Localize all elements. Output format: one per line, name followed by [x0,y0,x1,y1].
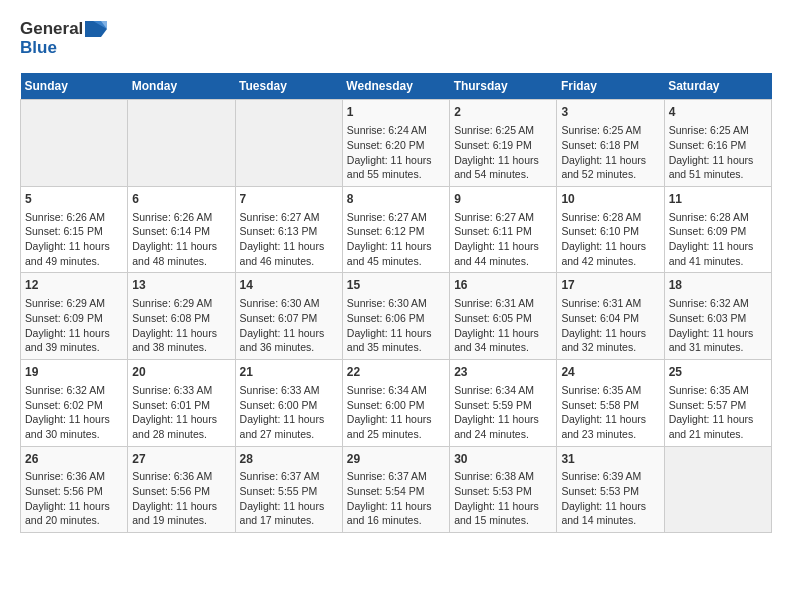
day-info: Sunrise: 6:29 AM Sunset: 6:08 PM Dayligh… [132,296,230,355]
calendar-cell: 4Sunrise: 6:25 AM Sunset: 6:16 PM Daylig… [664,100,771,187]
calendar-cell: 23Sunrise: 6:34 AM Sunset: 5:59 PM Dayli… [450,360,557,447]
weekday-header-monday: Monday [128,73,235,100]
day-number: 20 [132,364,230,381]
day-number: 1 [347,104,445,121]
day-info: Sunrise: 6:38 AM Sunset: 5:53 PM Dayligh… [454,469,552,528]
logo-text-block: General Blue [20,20,107,57]
day-number: 26 [25,451,123,468]
calendar-cell: 5Sunrise: 6:26 AM Sunset: 6:15 PM Daylig… [21,186,128,273]
day-info: Sunrise: 6:37 AM Sunset: 5:55 PM Dayligh… [240,469,338,528]
weekday-header-thursday: Thursday [450,73,557,100]
calendar-cell: 7Sunrise: 6:27 AM Sunset: 6:13 PM Daylig… [235,186,342,273]
day-info: Sunrise: 6:32 AM Sunset: 6:03 PM Dayligh… [669,296,767,355]
weekday-header-sunday: Sunday [21,73,128,100]
day-info: Sunrise: 6:36 AM Sunset: 5:56 PM Dayligh… [132,469,230,528]
day-info: Sunrise: 6:26 AM Sunset: 6:14 PM Dayligh… [132,210,230,269]
day-info: Sunrise: 6:27 AM Sunset: 6:11 PM Dayligh… [454,210,552,269]
day-number: 6 [132,191,230,208]
weekday-header-friday: Friday [557,73,664,100]
calendar-cell: 25Sunrise: 6:35 AM Sunset: 5:57 PM Dayli… [664,360,771,447]
calendar-cell: 6Sunrise: 6:26 AM Sunset: 6:14 PM Daylig… [128,186,235,273]
day-info: Sunrise: 6:35 AM Sunset: 5:57 PM Dayligh… [669,383,767,442]
weekday-header-wednesday: Wednesday [342,73,449,100]
day-number: 8 [347,191,445,208]
calendar-cell: 9Sunrise: 6:27 AM Sunset: 6:11 PM Daylig… [450,186,557,273]
day-number: 2 [454,104,552,121]
day-info: Sunrise: 6:31 AM Sunset: 6:05 PM Dayligh… [454,296,552,355]
day-info: Sunrise: 6:34 AM Sunset: 5:59 PM Dayligh… [454,383,552,442]
calendar-cell: 26Sunrise: 6:36 AM Sunset: 5:56 PM Dayli… [21,446,128,533]
calendar-cell: 21Sunrise: 6:33 AM Sunset: 6:00 PM Dayli… [235,360,342,447]
day-number: 4 [669,104,767,121]
day-number: 19 [25,364,123,381]
day-info: Sunrise: 6:36 AM Sunset: 5:56 PM Dayligh… [25,469,123,528]
calendar-body: 1Sunrise: 6:24 AM Sunset: 6:20 PM Daylig… [21,100,772,533]
calendar-cell: 2Sunrise: 6:25 AM Sunset: 6:19 PM Daylig… [450,100,557,187]
calendar-week-0: 1Sunrise: 6:24 AM Sunset: 6:20 PM Daylig… [21,100,772,187]
day-info: Sunrise: 6:37 AM Sunset: 5:54 PM Dayligh… [347,469,445,528]
calendar-cell: 24Sunrise: 6:35 AM Sunset: 5:58 PM Dayli… [557,360,664,447]
day-number: 10 [561,191,659,208]
day-info: Sunrise: 6:32 AM Sunset: 6:02 PM Dayligh… [25,383,123,442]
day-info: Sunrise: 6:33 AM Sunset: 6:00 PM Dayligh… [240,383,338,442]
day-number: 17 [561,277,659,294]
weekday-row: SundayMondayTuesdayWednesdayThursdayFrid… [21,73,772,100]
logo-arrow-icon [85,21,107,37]
calendar-cell: 29Sunrise: 6:37 AM Sunset: 5:54 PM Dayli… [342,446,449,533]
calendar-week-1: 5Sunrise: 6:26 AM Sunset: 6:15 PM Daylig… [21,186,772,273]
calendar-cell: 14Sunrise: 6:30 AM Sunset: 6:07 PM Dayli… [235,273,342,360]
logo-general: General [20,20,83,39]
day-number: 22 [347,364,445,381]
day-number: 18 [669,277,767,294]
calendar-table: SundayMondayTuesdayWednesdayThursdayFrid… [20,73,772,533]
calendar-cell: 1Sunrise: 6:24 AM Sunset: 6:20 PM Daylig… [342,100,449,187]
calendar-cell: 8Sunrise: 6:27 AM Sunset: 6:12 PM Daylig… [342,186,449,273]
calendar-cell [664,446,771,533]
calendar-cell: 12Sunrise: 6:29 AM Sunset: 6:09 PM Dayli… [21,273,128,360]
page-header: General Blue [20,20,772,57]
day-info: Sunrise: 6:34 AM Sunset: 6:00 PM Dayligh… [347,383,445,442]
calendar-cell: 15Sunrise: 6:30 AM Sunset: 6:06 PM Dayli… [342,273,449,360]
day-info: Sunrise: 6:27 AM Sunset: 6:12 PM Dayligh… [347,210,445,269]
day-number: 3 [561,104,659,121]
day-info: Sunrise: 6:30 AM Sunset: 6:06 PM Dayligh… [347,296,445,355]
calendar-cell: 3Sunrise: 6:25 AM Sunset: 6:18 PM Daylig… [557,100,664,187]
calendar-cell: 20Sunrise: 6:33 AM Sunset: 6:01 PM Dayli… [128,360,235,447]
day-number: 15 [347,277,445,294]
day-info: Sunrise: 6:25 AM Sunset: 6:16 PM Dayligh… [669,123,767,182]
calendar-cell [128,100,235,187]
day-number: 14 [240,277,338,294]
day-number: 23 [454,364,552,381]
calendar-cell [235,100,342,187]
day-number: 7 [240,191,338,208]
day-number: 28 [240,451,338,468]
calendar-cell: 22Sunrise: 6:34 AM Sunset: 6:00 PM Dayli… [342,360,449,447]
logo: General Blue [20,20,107,57]
day-info: Sunrise: 6:25 AM Sunset: 6:19 PM Dayligh… [454,123,552,182]
calendar-cell: 18Sunrise: 6:32 AM Sunset: 6:03 PM Dayli… [664,273,771,360]
weekday-header-tuesday: Tuesday [235,73,342,100]
day-number: 13 [132,277,230,294]
day-number: 25 [669,364,767,381]
day-info: Sunrise: 6:35 AM Sunset: 5:58 PM Dayligh… [561,383,659,442]
day-number: 30 [454,451,552,468]
calendar-cell [21,100,128,187]
calendar-cell: 10Sunrise: 6:28 AM Sunset: 6:10 PM Dayli… [557,186,664,273]
day-number: 12 [25,277,123,294]
weekday-header-saturday: Saturday [664,73,771,100]
day-number: 27 [132,451,230,468]
calendar-cell: 31Sunrise: 6:39 AM Sunset: 5:53 PM Dayli… [557,446,664,533]
day-info: Sunrise: 6:31 AM Sunset: 6:04 PM Dayligh… [561,296,659,355]
day-number: 9 [454,191,552,208]
day-number: 24 [561,364,659,381]
day-info: Sunrise: 6:27 AM Sunset: 6:13 PM Dayligh… [240,210,338,269]
day-info: Sunrise: 6:28 AM Sunset: 6:09 PM Dayligh… [669,210,767,269]
calendar-cell: 30Sunrise: 6:38 AM Sunset: 5:53 PM Dayli… [450,446,557,533]
calendar-cell: 17Sunrise: 6:31 AM Sunset: 6:04 PM Dayli… [557,273,664,360]
calendar-week-2: 12Sunrise: 6:29 AM Sunset: 6:09 PM Dayli… [21,273,772,360]
day-info: Sunrise: 6:29 AM Sunset: 6:09 PM Dayligh… [25,296,123,355]
day-info: Sunrise: 6:30 AM Sunset: 6:07 PM Dayligh… [240,296,338,355]
calendar-cell: 19Sunrise: 6:32 AM Sunset: 6:02 PM Dayli… [21,360,128,447]
day-info: Sunrise: 6:28 AM Sunset: 6:10 PM Dayligh… [561,210,659,269]
calendar-cell: 27Sunrise: 6:36 AM Sunset: 5:56 PM Dayli… [128,446,235,533]
